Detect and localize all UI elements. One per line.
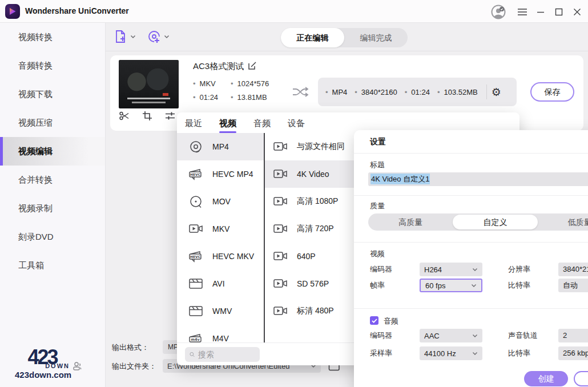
create-button[interactable]: 创建	[524, 371, 568, 386]
tab-edit-finished[interactable]: 编辑完成	[344, 28, 408, 47]
sidebar-item-video-compress[interactable]: 视频压缩	[0, 108, 105, 137]
quality-segmented-control: 高质量 自定义 低质量	[368, 213, 588, 231]
tab-editing[interactable]: 正在编辑	[281, 28, 344, 47]
source-info: MKV 1024*576 01:24 13.81MB	[193, 79, 269, 102]
disc-icon	[188, 140, 203, 154]
audio-samplerate-select[interactable]: 44100 Hz	[420, 346, 482, 360]
audio-section-label: 音频	[384, 316, 398, 326]
audio-samplerate-label: 采样率	[370, 346, 392, 360]
add-file-icon	[113, 29, 128, 44]
search-box[interactable]	[185, 347, 260, 362]
svg-text:HEVC: HEVC	[190, 255, 201, 259]
video-camera-icon	[188, 222, 203, 236]
video-camera-icon	[273, 222, 288, 236]
format-item-wmv[interactable]: WMV	[177, 297, 264, 325]
sidebar-item-toolbox[interactable]: 工具箱	[0, 251, 105, 280]
video-resolution-value: 3840*2160	[558, 263, 588, 276]
chevron-down-icon	[472, 352, 478, 356]
app-logo-icon	[5, 4, 20, 19]
format-item-mkv[interactable]: MKV	[177, 215, 264, 243]
audio-channels-label: 声音轨道	[508, 329, 538, 342]
sidebar-item-video-edit[interactable]: 视频编辑	[0, 137, 105, 166]
video-thumbnail[interactable]	[119, 60, 179, 108]
format-item-hevc-mkv[interactable]: HEVC HEVC MKV	[177, 243, 264, 270]
load-dvd-button[interactable]	[147, 29, 170, 44]
app-window: Wondershare UniConverter 视频转换	[0, 0, 588, 387]
audio-checkbox[interactable]	[370, 316, 378, 325]
tab-video[interactable]: 视频	[219, 118, 236, 133]
svg-text:HEVC: HEVC	[190, 172, 201, 176]
tab-device[interactable]: 设备	[288, 118, 305, 133]
titlebar: Wondershare UniConverter	[0, 0, 588, 23]
format-item-hevc-mp4[interactable]: HEVC HEVC MP4	[177, 160, 264, 188]
audio-channels-value: 2	[558, 329, 588, 342]
source-format: MKV	[193, 79, 228, 88]
tab-audio[interactable]: 音频	[253, 118, 271, 133]
audio-encoder-label: 编码器	[370, 329, 392, 342]
format-list: MP4 HEVC HEVC MP4	[177, 133, 264, 342]
edit-state-switch: 正在编辑 编辑完成	[281, 28, 408, 47]
app-title: Wondershare UniConverter	[25, 6, 129, 15]
maximize-button[interactable]	[551, 5, 566, 19]
audio-encoder-select[interactable]: AAC	[420, 329, 482, 342]
output-info: MP4 3840*2160 01:24 103.52MB ⚙	[318, 78, 517, 106]
quality-high[interactable]: 高质量	[368, 213, 453, 231]
video-encoder-select[interactable]: H264	[420, 263, 482, 276]
quality-custom[interactable]: 自定义	[453, 215, 537, 229]
sidebar-item-burn-dvd[interactable]: 刻录DVD	[0, 223, 105, 251]
sidebar-item-screen-record[interactable]: 视频录制	[0, 194, 105, 223]
menu-icon[interactable]	[515, 5, 530, 19]
users-icon[interactable]	[72, 361, 83, 372]
format-item-mp4[interactable]: MP4	[177, 133, 264, 160]
hevc-badge-icon: HEVC	[188, 249, 203, 263]
output-size: 103.52MB	[437, 88, 478, 96]
format-item-m4v[interactable]: m4v M4V	[177, 325, 264, 342]
settings-panel: 设置 标题 4K Video 自定义1 质量 高质量 自定义 低质量 视频 编码…	[354, 130, 588, 387]
sidebar-item-video-download[interactable]: 视频下载	[0, 80, 105, 108]
source-resolution: 1024*576	[231, 79, 269, 88]
chevron-down-icon	[130, 35, 136, 39]
quality-low[interactable]: 低质量	[538, 213, 588, 231]
output-settings-gear-icon[interactable]: ⚙	[492, 87, 501, 98]
chevron-down-icon	[472, 268, 478, 272]
output-folder-label: 输出文件夹：	[112, 361, 156, 372]
add-disc-icon	[147, 29, 162, 44]
format-item-mov[interactable]: MOV	[177, 188, 264, 215]
minimize-button[interactable]	[533, 5, 548, 19]
video-camera-icon	[273, 277, 288, 291]
video-bitrate-value: 自动	[558, 279, 588, 292]
account-avatar[interactable]	[491, 5, 506, 19]
thumb-subtitle-line	[127, 98, 171, 99]
close-button[interactable]	[570, 5, 585, 19]
title-input[interactable]: 4K Video 自定义1	[368, 172, 588, 186]
output-format-select[interactable]: MP4	[163, 340, 177, 354]
search-icon	[190, 350, 195, 358]
watermark-423down: 423 DOWN 423down.com	[15, 347, 70, 379]
tab-recent[interactable]: 最近	[185, 118, 202, 133]
main-toolbar: 正在编辑 编辑完成	[106, 23, 588, 51]
sidebar-item-video-convert[interactable]: 视频转换	[0, 23, 105, 51]
secondary-button[interactable]	[574, 371, 588, 386]
format-item-avi[interactable]: AVI	[177, 270, 264, 297]
video-camera-icon	[273, 167, 288, 181]
sidebar-item-audio-convert[interactable]: 音频转换	[0, 51, 105, 80]
chevron-down-icon	[164, 35, 170, 39]
title-label: 标题	[370, 160, 385, 170]
rename-icon[interactable]	[247, 61, 257, 71]
thumb-subtitle-line	[132, 102, 166, 103]
search-input[interactable]	[198, 350, 255, 359]
effects-icon[interactable]	[164, 110, 176, 122]
video-framerate-label: 帧率	[370, 279, 385, 292]
source-size: 13.81MB	[231, 93, 269, 102]
watermark-url: 423down.com	[15, 370, 70, 379]
settings-title: 设置	[354, 130, 588, 154]
crop-icon[interactable]	[142, 110, 153, 122]
video-camera-icon	[273, 140, 288, 154]
sidebar-item-merge-convert[interactable]: 合并转换	[0, 166, 105, 194]
add-files-button[interactable]	[113, 29, 136, 44]
audio-bitrate-label: 比特率	[508, 346, 530, 360]
video-camera-icon	[273, 249, 288, 263]
trim-icon[interactable]	[119, 110, 130, 122]
save-button[interactable]: 保存	[530, 82, 574, 102]
video-framerate-select[interactable]: 60 fps	[420, 279, 482, 292]
